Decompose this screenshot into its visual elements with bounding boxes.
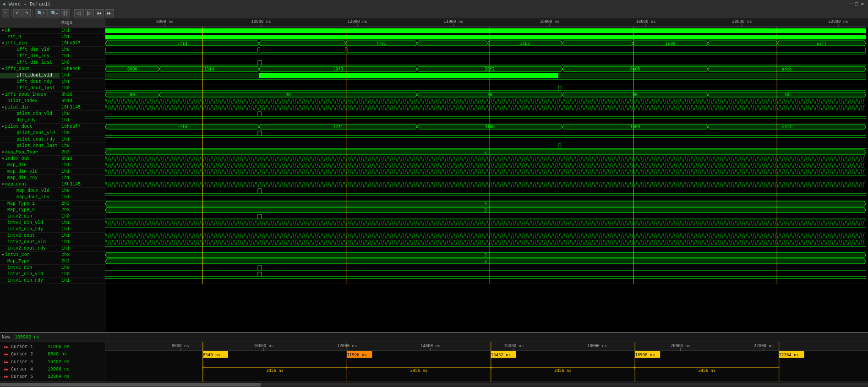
signal-row[interactable]: ifft_dout_rdy1h1 [0, 79, 105, 85]
expand-icon[interactable]: ▼ [2, 67, 4, 71]
cursor5-label: Cursor 5 [11, 374, 48, 379]
bottom-scrollbar[interactable] [0, 382, 868, 387]
signal-row[interactable]: map_dout_vld1h0 [0, 188, 105, 194]
timeline-svg: 8000 ns10000 ns12000 ns14000 ns16000 ns1… [105, 342, 868, 382]
signal-row[interactable]: ▼ Index_Out6h13 [0, 156, 105, 162]
signal-value: 16he4cb [60, 66, 104, 71]
signal-value: 1h1 [60, 79, 104, 84]
svg-text:3456 ns: 3456 ns [698, 368, 715, 373]
signal-name-text: map_dout_rdy [16, 195, 49, 200]
signal-row[interactable]: intv2_dout_vld1h1 [0, 239, 105, 245]
signal-row[interactable]: pilot_dout_vld1h0 [0, 130, 105, 136]
go-end-btn[interactable]: ⏭ [105, 9, 114, 17]
signal-row[interactable]: map_dout_rdy1h1 [0, 194, 105, 201]
waveform-rows[interactable]: cf1df73131bb1d09e3f7000011f4l9f328f20a06… [105, 27, 868, 332]
expand-icon[interactable]: ▼ [2, 125, 4, 129]
signal-value: 1h1 [60, 220, 104, 225]
signal-row[interactable]: ifft_din_vld1h0 [0, 47, 105, 53]
signal-value: 1h0 [60, 111, 104, 116]
signal-row[interactable]: map_din1h1 [0, 162, 105, 169]
zoom-fit-btn[interactable]: ⟦⟧ [61, 9, 70, 17]
go-start-btn[interactable]: ⏮ [95, 9, 104, 17]
signal-row[interactable]: intv2_din_rdy1h1 [0, 226, 105, 233]
minimize-btn[interactable]: ─ [849, 1, 852, 7]
expand-icon[interactable]: ▼ [2, 182, 4, 186]
signal-value: 1h1 [60, 28, 104, 33]
signal-row[interactable]: Map_Type_i2h3 [0, 201, 105, 207]
svg-text:00: 00 [130, 93, 135, 97]
scroll-thumb[interactable] [0, 383, 261, 387]
signal-row[interactable]: Map_Type2h3 [0, 258, 105, 265]
svg-text:cf1d: cf1d [177, 41, 187, 46]
signal-value: 1h1 [60, 163, 104, 168]
signal-row[interactable]: ▼ map_Map_Type2h3 [0, 149, 105, 156]
signal-name-text: intv2_din_vld [7, 220, 43, 225]
expand-icon[interactable]: ▼ [2, 157, 4, 161]
signal-row[interactable]: ifft_din_last1h0 [0, 60, 105, 66]
svg-text:e4cb: e4cb [782, 67, 792, 71]
undo-btn[interactable]: ↶ [13, 9, 22, 17]
now-label: Now [2, 335, 10, 340]
expand-icon[interactable]: ▼ [2, 93, 4, 97]
signal-row[interactable]: ▼ ifft_dout_Index8h30 [0, 92, 105, 98]
signal-row[interactable]: intv2_din1h0 [0, 213, 105, 220]
expand-icon[interactable]: ▼ [2, 41, 4, 45]
signal-row[interactable]: ▼ dk1h1 [0, 27, 105, 34]
zoom-in-btn[interactable]: 🔍+ [35, 9, 48, 17]
signal-value: 1h1 [60, 137, 104, 142]
signal-name: map_dout_vld [0, 188, 60, 193]
svg-text:16000 ns: 16000 ns [504, 343, 524, 348]
signal-row[interactable]: ▼ pilot_dout16he3f7 [0, 124, 105, 130]
maximize-btn[interactable]: □ [855, 1, 858, 7]
scroll-track[interactable] [0, 383, 868, 387]
signal-name-text: pilot_din_vld [16, 111, 52, 116]
signal-row[interactable]: intv2_din_vld1h1 [0, 220, 105, 226]
close-btn[interactable]: ✕ [861, 1, 864, 7]
signal-row[interactable]: ▼ map_dout16h3145 [0, 181, 105, 188]
signal-name: Map_Type_i [0, 201, 60, 206]
signal-value: 1h1 [60, 34, 104, 39]
signal-row[interactable]: ifft_dout_last1h0 [0, 85, 105, 92]
signal-row[interactable]: ▼ ifft_dout16he4cb [0, 66, 105, 72]
signal-row[interactable]: ▼ ifft_din16he3f7 [0, 40, 105, 47]
redo-btn[interactable]: ↷ [22, 9, 31, 17]
signal-row[interactable]: din_rdy1h1 [0, 117, 105, 124]
signal-row[interactable]: intv1_din1h0 [0, 265, 105, 271]
expand-icon[interactable]: ▼ [2, 253, 4, 257]
signal-row[interactable]: Map_Type_o2h3 [0, 207, 105, 213]
signal-row[interactable]: pilot_Index6h13 [0, 98, 105, 104]
signal-name: ifft_dout_rdy [0, 79, 60, 84]
signal-value: 2h3 [60, 259, 104, 264]
svg-text:3: 3 [484, 259, 486, 264]
expand-icon[interactable]: ▼ [2, 28, 4, 33]
signal-row[interactable]: intv1_din_vld1h0 [0, 271, 105, 278]
expand-icon[interactable]: ▼ [2, 150, 4, 154]
signal-name: ifft_din_last [0, 60, 60, 65]
signal-row[interactable]: intv1_din_rdy1h1 [0, 278, 105, 284]
signal-value: 1h1 [60, 54, 104, 59]
main-container: ≡ ↶ ↷ 🔍+ 🔍- ⟦⟧ ◁| |▷ ⏮ ⏭ Msgs ▼ dk1h1 rs… [0, 8, 868, 387]
signal-row[interactable]: pilot_dout_rdy1h1 [0, 136, 105, 143]
zoom-out-btn[interactable]: 🔍- [49, 9, 60, 17]
signal-row[interactable]: intv2_dout1h1 [0, 233, 105, 239]
signal-row[interactable]: rst_n1h1 [0, 34, 105, 40]
menu-btn[interactable]: ≡ [2, 9, 9, 17]
signal-row[interactable]: pilot_dout_last1h0 [0, 143, 105, 149]
svg-text:30: 30 [784, 93, 789, 97]
svg-text:18000 ns: 18000 ns [587, 343, 607, 348]
signal-row[interactable]: map_din_vld1h1 [0, 169, 105, 175]
expand-icon[interactable]: ▼ [2, 105, 4, 109]
signal-row[interactable]: ▼ pilot_din16h3145 [0, 104, 105, 111]
cursor4-label: Cursor 4 [11, 367, 48, 372]
signal-row[interactable]: ifft_din_rdy1h1 [0, 53, 105, 60]
signal-row[interactable]: intv2_dout_rdy1h1 [0, 245, 105, 252]
signal-row[interactable]: map_din_rdy1h1 [0, 175, 105, 181]
next-edge-btn[interactable]: |▷ [85, 9, 94, 17]
prev-edge-btn[interactable]: ◁| [74, 9, 84, 17]
signal-row[interactable]: ▼ intv1_Con2h3 [0, 252, 105, 258]
signal-row[interactable]: ifft_dout_vld1h1 [0, 72, 105, 79]
cursor1-icon: ▶▶ [4, 345, 9, 349]
svg-text:11f4: 11f4 [204, 67, 214, 71]
signal-row[interactable]: pilot_din_vld1h0 [0, 111, 105, 117]
waveform-container[interactable]: 8000 ns10000 ns12000 ns14000 ns16000 ns1… [105, 18, 868, 332]
